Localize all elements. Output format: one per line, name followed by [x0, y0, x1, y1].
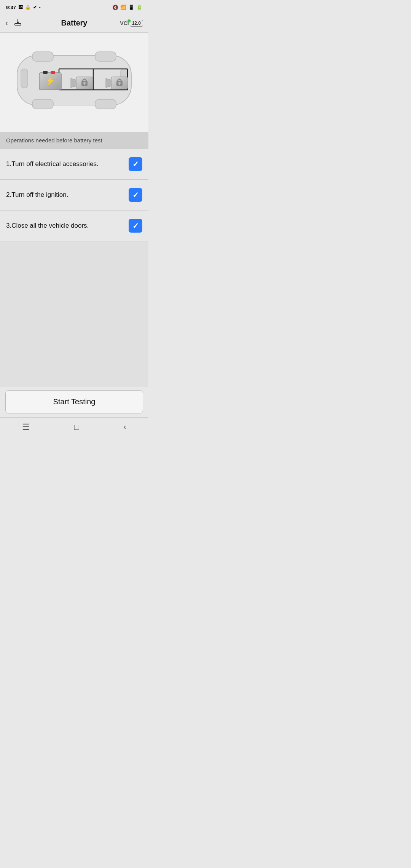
checklist-item-2[interactable]: 2.Turn off the ignition. [0, 180, 148, 211]
status-left: 9:37 🖼 🔒 ✔ • [6, 5, 41, 10]
checklist-item-1-text: 1.Turn off electrical accessories. [6, 160, 129, 168]
empty-space [0, 241, 148, 386]
navigation-bar: ☰ □ ‹ [0, 417, 148, 437]
status-time: 9:37 [6, 5, 16, 10]
start-testing-container: Start Testing [0, 386, 148, 417]
checkbox-3[interactable] [129, 219, 142, 233]
mute-icon: 🔇 [112, 5, 118, 10]
page-title: Battery [61, 19, 88, 27]
lock-icon: 🔒 [25, 5, 31, 10]
checklist-item-2-text: 2.Turn off the ignition. [6, 191, 129, 199]
svg-rect-24 [119, 83, 120, 85]
svg-rect-15 [51, 71, 55, 74]
wifi-icon: 📶 [120, 5, 126, 10]
vci-label: VCI [120, 20, 129, 26]
home-nav-icon[interactable]: □ [74, 422, 79, 432]
svg-rect-2 [21, 69, 28, 88]
svg-rect-4 [32, 52, 53, 61]
car-diagram: ⚡ [0, 33, 148, 132]
signal-icon: 📱 [128, 5, 134, 10]
checklist-item-3[interactable]: 3.Close all the vehicle doors. [0, 211, 148, 241]
vci-area: VCI 12.0 [120, 20, 143, 27]
photo-icon: 🖼 [18, 5, 23, 10]
svg-rect-5 [95, 52, 116, 61]
back-nav-icon[interactable]: ‹ [123, 422, 126, 432]
svg-rect-20 [84, 83, 85, 85]
svg-rect-7 [95, 99, 116, 109]
back-button[interactable]: ‹ [5, 18, 8, 28]
car-illustration: ⚡ [10, 40, 139, 124]
dot-icon: • [39, 5, 41, 10]
version-badge: 12.0 [130, 20, 143, 27]
checklist-item-1[interactable]: 1.Turn off electrical accessories. [0, 149, 148, 180]
menu-nav-icon[interactable]: ☰ [22, 422, 30, 432]
export-button[interactable] [13, 18, 22, 29]
checkbox-1[interactable] [129, 157, 142, 171]
checklist: 1.Turn off electrical accessories. 2.Tur… [0, 149, 148, 241]
status-right: 🔇 📶 📱 🔋 [112, 5, 142, 10]
battery-icon: 🔋 [136, 5, 142, 10]
svg-rect-14 [43, 71, 48, 74]
toolbar-left: ‹ [5, 18, 22, 29]
check-icon: ✔ [33, 5, 37, 10]
start-testing-button[interactable]: Start Testing [5, 390, 143, 413]
checkbox-2[interactable] [129, 188, 142, 202]
status-bar: 9:37 🖼 🔒 ✔ • 🔇 📶 📱 🔋 [0, 0, 148, 14]
vci-connected-dot [127, 19, 131, 22]
toolbar: ‹ Battery VCI 12.0 [0, 14, 148, 33]
checklist-item-3-text: 3.Close all the vehicle doors. [6, 222, 129, 230]
operations-header-text: Operations needed before battery test [6, 137, 102, 144]
operations-header: Operations needed before battery test [0, 132, 148, 149]
svg-text:⚡: ⚡ [45, 76, 56, 86]
svg-rect-6 [32, 99, 53, 109]
